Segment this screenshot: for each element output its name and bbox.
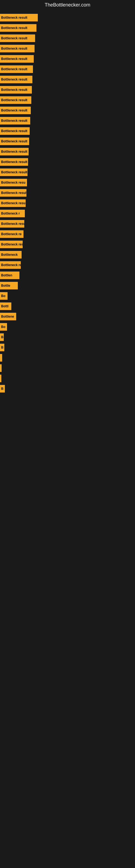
bar-row: Bottleneck result [0, 85, 135, 95]
bottleneck-bar: Bottleneck result [0, 76, 32, 83]
bar-row: Bottleneck re [0, 229, 135, 239]
bar-row: Bottleneck result [0, 188, 135, 198]
bottleneck-bar [0, 375, 1, 382]
bar-row: Bottleneck resu [0, 178, 135, 187]
bar-row: Bottleneck resu [0, 219, 135, 229]
bar-row: Bottleneck result [0, 136, 135, 146]
bar-row: Bottle [0, 281, 135, 290]
bottleneck-bar: Bottle [0, 282, 18, 289]
bottleneck-bar: Bottleneck resu [0, 199, 26, 207]
bottleneck-bar [0, 364, 2, 372]
bar-row: Bottleneck result [0, 44, 135, 54]
bar-row: Bottleneck result [0, 95, 135, 105]
bottleneck-bar: Bottleneck result [0, 86, 32, 94]
bar-row: Bottleneck result [0, 240, 135, 249]
bottleneck-bar: Bottleneck result [0, 96, 31, 104]
bar-row: Bottleneck result [0, 147, 135, 156]
bottleneck-bar: Bottleneck result [0, 34, 35, 42]
bottleneck-bar: Bottlen [0, 272, 19, 279]
bottleneck-bar: Bottleneck resu [0, 220, 24, 227]
bar-row: Bottleneck resu [0, 198, 135, 208]
bar-row: Bottleneck result [0, 33, 135, 43]
bottleneck-bar: Bottleneck result [0, 45, 35, 52]
bar-row [0, 373, 135, 383]
bar-row: Bottleneck r [0, 209, 135, 218]
bar-row: Bottlen [0, 271, 135, 280]
site-title-text: TheBottlenecker.com [45, 2, 90, 8]
bar-row [0, 353, 135, 363]
site-title: TheBottlenecker.com [0, 0, 135, 10]
bar-row: Bottleneck result [0, 167, 135, 177]
bar-row: B [0, 343, 135, 352]
bottleneck-bar: Bottlene [0, 313, 16, 320]
bottleneck-bar: Bottleneck result [0, 65, 33, 73]
bar-row: Bottleneck result [0, 126, 135, 136]
bars-container: Bottleneck resultBottleneck resultBottle… [0, 10, 135, 397]
bottleneck-bar: Bottleneck result [0, 127, 30, 135]
bottleneck-bar: Bottleneck result [0, 158, 28, 166]
bottleneck-bar: Bottleneck result [0, 106, 31, 114]
bottleneck-bar: Bottleneck result [0, 117, 30, 124]
bar-row: B [0, 332, 135, 342]
bottleneck-bar: Bottl [0, 303, 11, 310]
bottleneck-bar: Bo [0, 292, 8, 300]
bottleneck-bar: Bottleneck result [0, 14, 38, 22]
bottleneck-bar: Bottleneck re [0, 230, 24, 238]
bottleneck-bar: Bottleneck result [0, 189, 27, 197]
bottleneck-bar: Bottleneck res [0, 261, 21, 269]
bottleneck-bar: Bottleneck resu [0, 179, 27, 186]
bar-row: Bottleneck result [0, 64, 135, 74]
bar-row: Bottleneck result [0, 23, 135, 33]
bottleneck-bar: Bottleneck result [0, 55, 34, 63]
bar-row: Bottleneck result [0, 116, 135, 126]
bar-row: Bo [0, 291, 135, 301]
bar-row: Bottleneck result [0, 74, 135, 84]
bar-row: B [0, 384, 135, 394]
bar-row: Bottleneck result [0, 54, 135, 64]
bottleneck-bar: Bottleneck result [0, 137, 29, 145]
bar-row: Bottlene [0, 312, 135, 321]
bottleneck-bar: Bottleneck r [0, 210, 25, 217]
bottleneck-bar: Bo [0, 323, 7, 331]
bar-row: Bottleneck [0, 250, 135, 259]
bottleneck-bar: B [0, 344, 4, 351]
bottleneck-bar: B [0, 385, 5, 393]
bar-row: Bottleneck result [0, 157, 135, 167]
bar-row: Bo [0, 322, 135, 332]
bottleneck-bar: Bottleneck result [0, 241, 23, 248]
bar-row: Bottleneck res [0, 260, 135, 270]
bottleneck-bar: Bottleneck result [0, 148, 29, 155]
bottleneck-bar: Bottleneck [0, 251, 21, 258]
bar-row [0, 363, 135, 373]
bottleneck-bar [0, 354, 2, 362]
bar-row: Bottleneck result [0, 13, 135, 23]
bottleneck-bar: Bottleneck result [0, 168, 28, 176]
bottleneck-bar: B [0, 333, 4, 341]
bottleneck-bar: Bottleneck result [0, 24, 37, 32]
bar-row: Bottl [0, 301, 135, 311]
bar-row: Bottleneck result [0, 105, 135, 115]
